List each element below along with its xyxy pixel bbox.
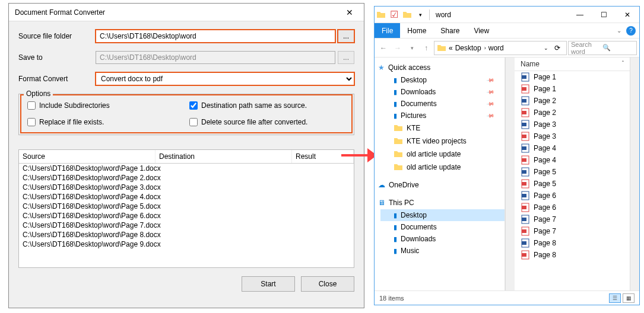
item-count: 18 items: [379, 295, 404, 302]
sort-icon[interactable]: ˆ: [622, 60, 624, 68]
tree-item[interactable]: KTE: [380, 122, 505, 135]
crumb-desktop[interactable]: Desktop›: [455, 44, 486, 52]
file-item[interactable]: Page 7: [515, 225, 630, 237]
explorer-window: ☑ ▾ word — ☐ ✕ File Home Share View ⌄ ? …: [374, 6, 640, 305]
table-row[interactable]: C:\Users\DT168\Desktop\word\Page 6.docx: [19, 211, 354, 221]
svg-rect-23: [522, 194, 526, 197]
format-select[interactable]: Convert docx to pdf: [96, 72, 354, 85]
tree-item[interactable]: ▮Desktop: [380, 74, 505, 86]
opt-dest-same[interactable]: Destination path same as source.: [189, 101, 345, 110]
this-pc[interactable]: 🖥This PC: [375, 196, 505, 209]
table-row[interactable]: C:\Users\DT168\Desktop\word\Page 5.docx: [19, 202, 354, 211]
file-item[interactable]: Page 2: [515, 107, 630, 119]
opt-replace[interactable]: Replace if file exists.: [27, 118, 183, 126]
back-button[interactable]: ←: [377, 41, 390, 55]
checkbox-replace[interactable]: [27, 118, 36, 126]
source-label: Source file folder: [18, 32, 96, 40]
file-item[interactable]: Page 7: [515, 213, 630, 225]
file-item[interactable]: Page 4: [515, 154, 630, 166]
tree-scrollbar[interactable]: [505, 58, 515, 290]
browse-source-button[interactable]: ...: [338, 30, 354, 43]
file-item[interactable]: Page 3: [515, 130, 630, 142]
file-item[interactable]: Page 1: [515, 83, 630, 95]
breadcrumb[interactable]: « Desktop› word ⌄ ⟳: [434, 41, 567, 55]
svg-rect-31: [522, 241, 526, 245]
file-item[interactable]: Page 6: [515, 190, 630, 202]
onedrive[interactable]: ☁OneDrive: [375, 178, 505, 191]
refresh-button[interactable]: ⟳: [551, 44, 564, 52]
table-row[interactable]: C:\Users\DT168\Desktop\word\Page 8.docx: [19, 230, 354, 239]
file-item[interactable]: Page 8: [515, 249, 630, 261]
file-item[interactable]: Page 6: [515, 202, 630, 213]
up-button[interactable]: ↑: [420, 41, 433, 55]
folder-icon-2: [401, 10, 414, 20]
options-legend: Options: [24, 90, 53, 98]
close-window-button[interactable]: ✕: [616, 7, 639, 23]
col-source[interactable]: Source: [19, 150, 156, 163]
table-row[interactable]: C:\Users\DT168\Desktop\word\Page 3.docx: [19, 183, 354, 192]
file-item[interactable]: Page 5: [515, 166, 630, 178]
search-input[interactable]: Search word 🔍: [568, 41, 637, 55]
tree-item[interactable]: ▮Downloads: [380, 233, 505, 245]
checkmark-icon[interactable]: ☑: [388, 9, 401, 20]
tree-item[interactable]: ▮Music: [380, 245, 505, 257]
table-row[interactable]: C:\Users\DT168\Desktop\word\Page 7.docx: [19, 221, 354, 230]
maximize-button[interactable]: ☐: [592, 7, 616, 23]
tree-item[interactable]: KTE video projects: [380, 135, 505, 148]
help-icon[interactable]: ?: [626, 26, 636, 36]
svg-rect-33: [522, 253, 526, 257]
start-button[interactable]: Start: [242, 276, 295, 292]
table-row[interactable]: C:\Users\DT168\Desktop\word\Page 9.docx: [19, 239, 354, 249]
tree-item[interactable]: ▮Downloads: [380, 86, 505, 98]
file-view[interactable]: Nameˆ Page 1Page 1Page 2Page 2Page 3Page…: [515, 58, 630, 290]
file-list[interactable]: Source Destination Result C:\Users\DT168…: [18, 149, 354, 268]
tree-item[interactable]: old article update: [380, 161, 505, 174]
file-item[interactable]: Page 5: [515, 178, 630, 190]
minimize-button[interactable]: —: [568, 7, 592, 23]
view-details-button[interactable]: ☰: [609, 293, 621, 303]
file-item[interactable]: Page 4: [515, 142, 630, 154]
file-item[interactable]: Page 2: [515, 95, 630, 107]
tree-item[interactable]: ▮Pictures: [380, 110, 505, 122]
crumb-word[interactable]: word: [488, 44, 504, 52]
dialog-title: Document Format Converter: [15, 8, 105, 17]
view-icons-button[interactable]: ▦: [623, 293, 635, 303]
source-input[interactable]: [96, 30, 335, 43]
col-destination[interactable]: Destination: [156, 150, 292, 163]
nav-tree[interactable]: ★Quick access ▮Desktop▮Downloads▮Documen…: [375, 58, 505, 290]
file-item[interactable]: Page 3: [515, 119, 630, 130]
status-bar: 18 items ☰ ▦: [375, 290, 639, 305]
file-item[interactable]: Page 8: [515, 237, 630, 249]
saveto-input: [96, 51, 335, 64]
tab-file[interactable]: File: [375, 23, 400, 38]
close-button[interactable]: ✕: [338, 4, 361, 21]
files-header[interactable]: Nameˆ: [515, 58, 630, 71]
files-scrollbar[interactable]: [630, 58, 639, 290]
table-row[interactable]: C:\Users\DT168\Desktop\word\Page 2.docx: [19, 173, 354, 183]
dropdown-icon[interactable]: ⌄: [544, 45, 548, 51]
dropdown-icon[interactable]: ▾: [414, 12, 427, 18]
expand-ribbon-icon[interactable]: ⌄: [617, 27, 621, 34]
tree-item[interactable]: ▮Desktop: [380, 209, 505, 221]
checkbox-delete[interactable]: [189, 118, 198, 126]
tab-home[interactable]: Home: [400, 23, 433, 38]
tree-item[interactable]: ▮Documents: [380, 221, 505, 233]
svg-rect-13: [522, 135, 526, 138]
tree-item[interactable]: old article update: [380, 148, 505, 161]
table-row[interactable]: C:\Users\DT168\Desktop\word\Page 1.docx: [19, 164, 354, 173]
opt-delete[interactable]: Delete source file after converted.: [189, 118, 345, 126]
tree-item[interactable]: ▮Documents: [380, 98, 505, 110]
svg-rect-21: [522, 182, 526, 186]
recent-button[interactable]: ▾: [405, 41, 418, 55]
checkbox-include-sub[interactable]: [27, 101, 36, 110]
checkbox-dest-same[interactable]: [189, 101, 198, 110]
tab-view[interactable]: View: [467, 23, 496, 38]
forward-button[interactable]: →: [391, 41, 404, 55]
file-item[interactable]: Page 1: [515, 71, 630, 83]
tab-share[interactable]: Share: [433, 23, 467, 38]
opt-include-sub[interactable]: Include Subdirectories: [27, 101, 183, 110]
close-dialog-button[interactable]: Close: [301, 276, 354, 292]
table-row[interactable]: C:\Users\DT168\Desktop\word\Page 4.docx: [19, 192, 354, 202]
quick-access[interactable]: ★Quick access: [375, 61, 505, 74]
folder-icon: [437, 43, 446, 53]
